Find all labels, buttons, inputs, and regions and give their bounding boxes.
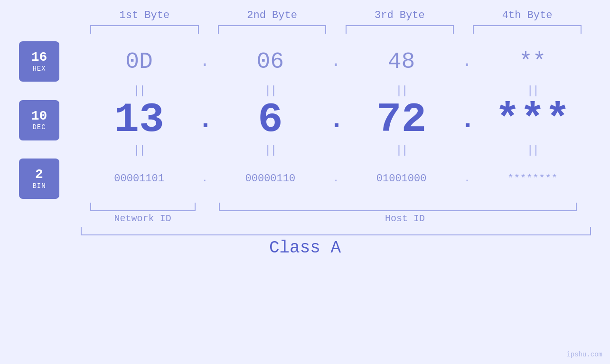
byte4-header: 4th Byte	[463, 9, 591, 25]
bin-byte4: ********	[474, 173, 591, 185]
byte2-header: 2nd Byte	[208, 9, 336, 25]
equals2-byte3: ||	[343, 144, 460, 157]
dec-byte3: 72	[343, 99, 460, 141]
dec-dot1: .	[197, 105, 212, 135]
byte3-header: 3rd Byte	[336, 9, 464, 25]
equals1-byte4: ||	[474, 84, 591, 97]
network-id-bracket	[90, 203, 196, 211]
equals1-byte2: ||	[212, 84, 328, 97]
dec-byte2: 6	[212, 99, 328, 141]
bracket-byte4	[463, 25, 591, 34]
bracket-byte1	[81, 25, 208, 34]
hex-byte3: 48	[343, 49, 460, 75]
bracket-byte2	[208, 25, 336, 34]
hex-dot1: .	[197, 52, 212, 71]
bin-dot3: .	[460, 173, 474, 185]
network-id-label: Network ID	[81, 213, 205, 224]
host-id-label: Host ID	[219, 213, 591, 224]
host-id-bracket	[219, 203, 577, 211]
hex-dot3: .	[460, 52, 474, 71]
bin-dot1: .	[197, 173, 212, 185]
equals2-byte4: ||	[474, 144, 591, 157]
dec-byte1: 13	[81, 99, 197, 141]
equals2-byte2: ||	[212, 144, 328, 157]
hex-byte1: 0D	[81, 49, 197, 75]
dec-byte4: ***	[474, 99, 591, 141]
dec-dot2: .	[329, 105, 343, 135]
bracket-byte3	[336, 25, 464, 34]
bin-byte3: 01001000	[343, 173, 460, 185]
equals2-byte1: ||	[81, 144, 197, 157]
hex-badge: 16 HEX	[19, 41, 59, 82]
bin-dot2: .	[329, 173, 343, 185]
class-label: Class A	[19, 238, 591, 258]
equals1-byte1: ||	[81, 84, 197, 97]
equals1-byte3: ||	[343, 84, 460, 97]
hex-byte2: 06	[212, 49, 328, 75]
dec-dot3: .	[460, 105, 474, 135]
class-bracket	[81, 227, 591, 235]
byte1-header: 1st Byte	[81, 9, 208, 25]
hex-dot2: .	[329, 52, 343, 71]
watermark: ipshu.com	[566, 351, 602, 358]
bin-byte1: 00001101	[81, 173, 197, 185]
hex-byte4: **	[474, 49, 591, 75]
dec-badge: 10 DEC	[19, 100, 59, 140]
bin-badge: 2 BIN	[19, 159, 59, 199]
bin-byte2: 00000110	[212, 173, 328, 185]
